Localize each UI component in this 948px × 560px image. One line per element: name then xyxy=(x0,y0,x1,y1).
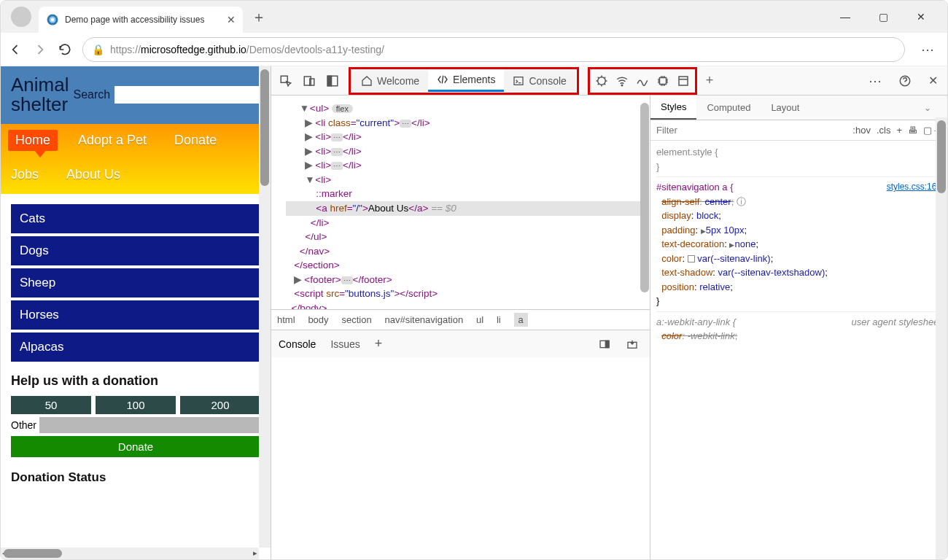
help-icon[interactable] xyxy=(895,71,915,91)
drawer-issues-tab[interactable]: Issues xyxy=(330,338,360,350)
dom-breadcrumb: html body section nav#sitenavigation ul … xyxy=(271,309,650,330)
maximize-button[interactable]: ▢ xyxy=(869,6,898,28)
network-conditions-icon[interactable] xyxy=(612,71,632,91)
bc-body[interactable]: body xyxy=(308,314,328,325)
chevron-down-icon[interactable]: ⌄ xyxy=(924,103,947,113)
nav-home[interactable]: Home xyxy=(8,130,58,151)
devtools-menu-button[interactable]: ⋯ xyxy=(869,73,882,89)
refresh-button[interactable] xyxy=(58,42,72,57)
titlebar: Demo page with accessibility issues ✕ ＋ … xyxy=(1,1,947,33)
tab-elements[interactable]: Elements xyxy=(428,69,504,92)
main-tabs-highlight: Welcome Elements Console xyxy=(349,67,579,95)
tab-title: Demo page with accessibility issues xyxy=(65,15,221,25)
donate-button[interactable]: Donate xyxy=(11,436,260,457)
svg-rect-8 xyxy=(514,77,523,85)
memory-icon[interactable] xyxy=(653,71,673,91)
dom-scrollbar[interactable] xyxy=(640,96,650,309)
drawer-tool-icon[interactable] xyxy=(594,334,615,354)
drawer-expand-icon[interactable] xyxy=(622,334,642,354)
dom-tree[interactable]: ▼<ul> flex ▶<li class="current">⋯</li> ▶… xyxy=(271,96,650,309)
amount-200[interactable]: 200 xyxy=(180,396,260,414)
search-input[interactable] xyxy=(114,86,260,104)
devtools-toolbar: Welcome Elements Console + ⋯ ✕ xyxy=(271,66,947,96)
source-link[interactable]: styles.css:169 xyxy=(887,180,941,193)
devtools-panel: Welcome Elements Console + ⋯ ✕ ▼<ul> fle… xyxy=(271,66,947,559)
bc-section[interactable]: section xyxy=(341,314,371,325)
category-sheep[interactable]: Sheep xyxy=(11,268,260,298)
svg-rect-15 xyxy=(605,341,609,347)
category-cats[interactable]: Cats xyxy=(11,204,260,233)
svg-rect-11 xyxy=(659,77,666,84)
donation-heading: Help us with a donation xyxy=(11,373,260,389)
amount-50[interactable]: 50 xyxy=(11,396,91,414)
drawer-add-tab[interactable]: + xyxy=(375,336,383,351)
svg-point-2 xyxy=(51,18,55,22)
performance-icon[interactable] xyxy=(632,71,653,91)
bc-html[interactable]: html xyxy=(277,314,295,325)
back-button[interactable] xyxy=(8,42,23,57)
hov-button[interactable]: :hov xyxy=(852,125,871,136)
site-brand: Animalshelter xyxy=(11,75,69,115)
tab-welcome[interactable]: Welcome xyxy=(352,71,428,91)
browser-tab[interactable]: Demo page with accessibility issues ✕ xyxy=(39,7,243,33)
navbar: 🔒 https://microsoftedge.github.io/Demos/… xyxy=(1,33,947,66)
inspect-element-icon[interactable] xyxy=(276,71,296,91)
top-navigation: Home Adopt a Pet Donate Jobs About Us xyxy=(1,124,271,194)
amount-100[interactable]: 100 xyxy=(96,396,176,414)
drawer-console-tab[interactable]: Console xyxy=(279,338,316,350)
issues-icon[interactable] xyxy=(591,71,612,91)
bc-a[interactable]: a xyxy=(514,313,528,327)
svg-point-10 xyxy=(621,85,623,86)
bc-ul[interactable]: ul xyxy=(476,314,483,325)
profile-avatar[interactable] xyxy=(11,7,31,27)
nav-jobs[interactable]: Jobs xyxy=(8,164,46,185)
bc-nav[interactable]: nav#sitenavigation xyxy=(384,314,463,325)
forward-button[interactable] xyxy=(33,42,47,57)
page-vertical-scrollbar[interactable] xyxy=(259,66,271,548)
page-header: Animalshelter Search xyxy=(1,66,271,124)
page-viewport: Animalshelter Search Home Adopt a Pet Do… xyxy=(1,66,271,559)
svg-rect-12 xyxy=(679,77,688,85)
new-style-button[interactable]: + xyxy=(896,125,902,136)
computed-tab[interactable]: Computed xyxy=(696,96,761,119)
new-tab-button[interactable]: ＋ xyxy=(252,7,266,27)
styles-panel: Styles Computed Layout ⌄ :hov .cls + 🖶 ▢… xyxy=(650,96,947,559)
minimize-button[interactable]: — xyxy=(831,6,860,28)
dock-side-icon[interactable] xyxy=(322,71,343,91)
nav-about[interactable]: About Us xyxy=(59,164,128,185)
device-emulation-icon[interactable] xyxy=(299,71,319,91)
styles-scrollbar[interactable] xyxy=(936,117,947,559)
edge-icon xyxy=(46,13,59,26)
search-label: Search xyxy=(73,88,110,101)
console-output[interactable] xyxy=(271,357,650,559)
styles-filter-input[interactable] xyxy=(650,120,847,140)
cls-button[interactable]: .cls xyxy=(877,125,891,136)
category-dogs[interactable]: Dogs xyxy=(11,236,260,265)
nav-donate[interactable]: Donate xyxy=(167,130,224,151)
bc-li[interactable]: li xyxy=(497,314,501,325)
category-alpacas[interactable]: Alpacas xyxy=(11,332,260,362)
svg-rect-7 xyxy=(327,76,331,86)
other-amount-input[interactable] xyxy=(39,417,260,433)
url-text: https://microsoftedge.github.io/Demos/de… xyxy=(110,44,384,55)
close-devtools-button[interactable]: ✕ xyxy=(922,71,943,91)
application-icon[interactable] xyxy=(673,71,693,91)
close-window-button[interactable]: ✕ xyxy=(906,6,936,28)
nav-adopt[interactable]: Adopt a Pet xyxy=(71,130,154,151)
styles-tab[interactable]: Styles xyxy=(650,96,696,120)
svg-point-9 xyxy=(598,77,606,85)
browser-menu-button[interactable]: ⋯ xyxy=(921,42,934,58)
category-horses[interactable]: Horses xyxy=(11,300,260,330)
page-horizontal-scrollbar[interactable]: ◂▸ xyxy=(1,548,259,559)
tab-close-icon[interactable]: ✕ xyxy=(227,14,236,26)
layout-tab[interactable]: Layout xyxy=(761,96,809,119)
console-drawer-tabs: Console Issues + xyxy=(271,330,650,357)
address-bar[interactable]: 🔒 https://microsoftedge.github.io/Demos/… xyxy=(82,37,905,62)
dom-tree-panel: ▼<ul> flex ▶<li class="current">⋯</li> ▶… xyxy=(271,96,650,559)
copy-styles-icon[interactable]: 🖶 xyxy=(908,125,917,136)
tab-console[interactable]: Console xyxy=(504,71,575,91)
more-tabs-button[interactable]: + xyxy=(700,73,720,88)
lock-icon: 🔒 xyxy=(92,44,104,55)
css-rules[interactable]: element.style { } #sitenavigation a {sty… xyxy=(650,141,947,559)
nav-indicator-icon xyxy=(34,150,46,158)
